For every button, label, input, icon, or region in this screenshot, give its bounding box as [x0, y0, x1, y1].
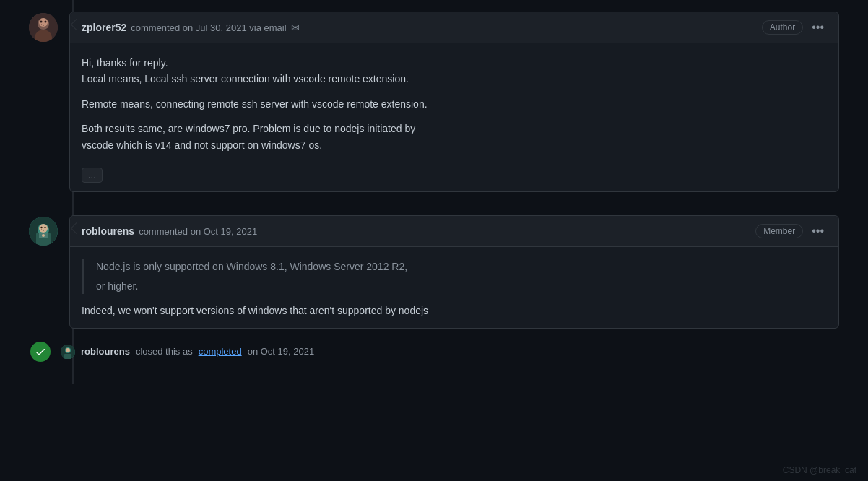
comment-header-2: roblourens commented on Oct 19, 2021 Mem… — [70, 216, 838, 247]
status-completed-icon — [29, 340, 52, 363]
section-divider-1 — [0, 192, 868, 204]
comment-header-right-1: Author ••• — [762, 18, 827, 37]
quote-line-2: or higher. — [96, 278, 827, 294]
comment-meta-1: commented on Jul 30, 2021 via email — [131, 22, 286, 33]
comment-quote-2: Node.js is only supported on Windows 8.1… — [82, 259, 827, 294]
member-badge: Member — [755, 224, 803, 238]
comment-body-2: Node.js is only supported on Windows 8.1… — [70, 247, 838, 327]
comment-main-1: zplorer52 commented on Jul 30, 2021 via … — [69, 12, 839, 192]
status-actor[interactable]: roblourens — [81, 346, 130, 357]
comment-paragraph-1-2: Remote means, connecting remote ssh serv… — [82, 96, 827, 112]
status-mini-avatar — [61, 344, 75, 359]
comment-header-right-2: Member ••• — [755, 222, 827, 240]
comment-body-1: Hi, thanks for reply.Local means, Local … — [70, 43, 838, 191]
comment-arrow-2 — [71, 222, 77, 234]
page-container: zplorer52 commented on Jul 30, 2021 via … — [0, 0, 868, 384]
comment-meta-2: commented on Oct 19, 2021 — [139, 226, 257, 237]
comment-paragraph-2-1: Indeed, we won't support versions of win… — [82, 303, 827, 318]
comment-author-2[interactable]: roblourens — [82, 225, 134, 237]
svg-point-16 — [66, 348, 70, 352]
comment-paragraph-1-3: Both results same, are windows7 pro. Pro… — [82, 121, 827, 153]
svg-point-4 — [40, 21, 43, 23]
comment-arrow-1 — [71, 19, 77, 30]
svg-point-10 — [40, 227, 42, 228]
status-date: on Oct 19, 2021 — [248, 346, 315, 357]
avatar-roblourens — [29, 217, 58, 246]
more-options-button-2[interactable]: ••• — [809, 222, 827, 240]
comment-header-1: zplorer52 commented on Jul 30, 2021 via … — [70, 12, 838, 43]
svg-point-11 — [44, 227, 45, 228]
comment-author-1[interactable]: zplorer52 — [82, 22, 126, 33]
status-block: roblourens closed this as completed on O… — [0, 334, 868, 369]
status-action: closed this as — [136, 346, 193, 357]
expand-button-1[interactable]: ... — [82, 168, 103, 183]
status-completed-link[interactable]: completed — [199, 346, 242, 357]
watermark: CSDN @break_cat — [783, 465, 856, 475]
email-icon-1: ✉ — [291, 22, 300, 33]
comment-block-2: roblourens commented on Oct 19, 2021 Mem… — [0, 204, 868, 328]
svg-point-13 — [42, 234, 45, 237]
status-text: roblourens closed this as completed on O… — [61, 344, 314, 359]
quote-line-1: Node.js is only supported on Windows 8.1… — [96, 259, 827, 274]
comment-main-2: roblourens commented on Oct 19, 2021 Mem… — [69, 215, 839, 328]
author-badge: Author — [762, 20, 803, 35]
comment-block-1: zplorer52 commented on Jul 30, 2021 via … — [0, 0, 868, 192]
comment-header-left-2: roblourens commented on Oct 19, 2021 — [82, 225, 257, 237]
avatar-zplorer52 — [29, 13, 58, 42]
svg-point-9 — [39, 224, 48, 233]
more-options-button-1[interactable]: ••• — [809, 18, 827, 37]
svg-rect-17 — [64, 354, 71, 359]
comment-paragraph-1-1: Hi, thanks for reply.Local means, Local … — [82, 55, 827, 87]
comment-header-left-1: zplorer52 commented on Jul 30, 2021 via … — [82, 22, 300, 33]
svg-point-5 — [45, 21, 47, 23]
